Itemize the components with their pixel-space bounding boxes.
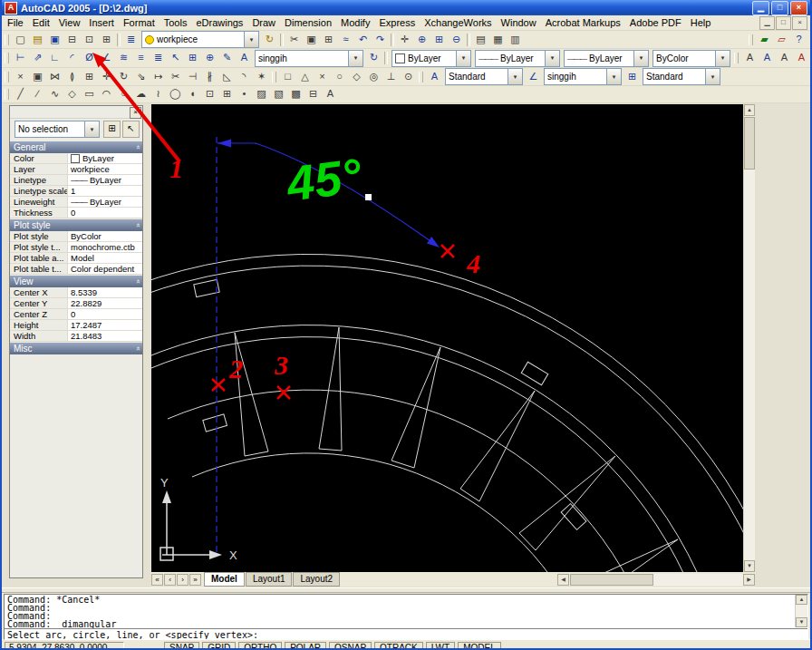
layers-icon[interactable]: ≣ [122,33,140,47]
revision-cloud-icon[interactable]: ☁ [132,87,150,102]
scroll-right-icon[interactable]: ▶ [743,574,755,586]
region-icon[interactable]: ▩ [287,87,304,102]
paste-icon[interactable]: ⊞ [320,33,337,47]
grip-point[interactable] [365,194,372,200]
snap-to-intersection-icon[interactable]: × [314,70,331,84]
property-value[interactable]: 21.8483 [68,331,142,342]
dim-style-combo[interactable]: singgih▼ [255,50,363,67]
plot-preview-icon[interactable]: ⊡ [81,33,98,47]
doc-minimize-button[interactable]: ▁ [759,16,775,30]
tab-layout2[interactable]: Layout2 [293,572,340,587]
command-scrollbar[interactable]: ▲ ▼ [795,595,807,627]
menu-express[interactable]: Express [374,16,420,29]
property-value[interactable]: Model [68,253,142,264]
status-toggle-polar[interactable]: POLAR [285,642,326,650]
snap-to-midpoint-icon[interactable]: △ [296,70,314,84]
dimension-text-edit-icon[interactable]: A [236,51,253,65]
property-value[interactable]: 22.8829 [68,298,142,309]
mirror-icon[interactable]: ⋈ [46,70,63,84]
lineweight-combo[interactable]: ———ByLayer▼ [564,50,649,67]
radius-dimension-icon[interactable]: ◜ [63,51,81,65]
dim-style-combo-2[interactable]: singgih▼ [544,68,622,85]
multiline-text-icon[interactable]: A [322,87,339,102]
menu-acrobat-markups[interactable]: Acrobat Markups [541,16,625,29]
fillet-icon[interactable]: ◝ [236,70,253,84]
tab-nav-prev-icon[interactable]: ‹ [164,574,176,586]
erase-icon[interactable]: × [12,70,29,84]
palette-close-icon[interactable]: × [130,107,141,119]
aligned-dimension-icon[interactable]: ⇗ [29,51,46,65]
color-combo[interactable]: ByLayer▼ [392,50,471,67]
quick-select-icon[interactable]: ⊞ [103,121,121,138]
command-prompt[interactable]: Select arc, circle, line, or <specify ve… [5,630,258,640]
menu-modify[interactable]: Modify [336,16,374,29]
toolbar-grip[interactable] [5,89,9,100]
copy-object-icon[interactable]: ▣ [29,70,46,84]
help-icon[interactable]: ? [790,33,807,47]
toolbar-grip[interactable] [749,34,753,45]
insert-block-icon[interactable]: ⊡ [201,87,218,102]
continue-dimension-icon[interactable]: ≣ [150,51,167,65]
text-style-combo[interactable]: Standard▼ [445,68,523,85]
tab-layout1[interactable]: Layout1 [246,572,293,587]
status-toggle-model[interactable]: MODEL [458,642,501,650]
make-block-icon[interactable]: ⊞ [218,87,236,102]
tab-model[interactable]: Model [204,572,245,587]
polyline-icon[interactable]: ∿ [46,87,63,102]
offset-icon[interactable]: ≬ [63,70,81,84]
scroll-down-icon[interactable]: ▼ [744,560,755,572]
plot-style-combo[interactable]: ByColor▼ [652,50,730,67]
menu-window[interactable]: Window [497,16,541,29]
extend-icon[interactable]: ⊣ [184,70,201,84]
property-value[interactable]: ———ByLayer [68,197,142,208]
selection-combo[interactable]: No selection ▼ [14,121,100,138]
layer-combo[interactable]: workpiece▼ [141,31,259,48]
property-value[interactable]: ———ByLayer [68,175,142,186]
redo-icon[interactable]: ↷ [372,33,389,47]
palette-header[interactable]: × [10,106,142,119]
scroll-up-icon[interactable]: ▲ [744,104,755,116]
drawing-vertical-scrollbar[interactable]: ▲ ▼ [743,104,755,572]
menu-draw[interactable]: Draw [247,16,280,29]
gradient-icon[interactable]: ▧ [270,87,287,102]
property-value[interactable]: 0 [68,208,142,218]
hatch-icon[interactable]: ▨ [253,87,270,102]
line-icon[interactable]: ╱ [12,87,29,102]
dimension-edit-icon[interactable]: ✎ [218,51,236,65]
open-icon[interactable]: ▤ [29,33,46,47]
property-value[interactable]: ByColor [68,231,142,242]
designcenter-icon[interactable]: ▦ [489,33,507,47]
status-toggle-snap[interactable]: SNAP [164,642,199,650]
dropdown-arrow-icon[interactable]: ▼ [545,51,559,66]
dimension-update-icon[interactable]: ↻ [365,51,382,65]
toolbar-grip[interactable] [5,53,9,63]
toolbar-grip[interactable] [5,34,9,45]
angular-dimension-icon[interactable]: ∠ [98,51,115,65]
dropdown-arrow-icon[interactable]: ▼ [705,69,720,84]
text-style-4-icon[interactable]: A [793,51,810,65]
toolbar-grip[interactable] [272,72,276,82]
zoom-previous-icon[interactable]: ⊖ [448,33,465,47]
arc-icon[interactable]: ◠ [98,87,115,102]
ellipse-arc-icon[interactable]: ◖ [184,87,201,102]
zoom-window-icon[interactable]: ⊞ [430,33,448,47]
menu-view[interactable]: View [54,16,85,29]
collapse-chevron-icon[interactable]: « [133,223,141,227]
menu-edrawings[interactable]: eDrawings [191,16,247,29]
plot-icon[interactable]: ⊟ [63,33,81,47]
rotate-icon[interactable]: ↻ [115,70,132,84]
dropdown-arrow-icon[interactable]: ▼ [456,51,470,66]
tab-nav-last-icon[interactable]: » [189,574,201,586]
dropdown-arrow-icon[interactable]: ▼ [606,69,621,84]
linear-dimension-icon[interactable]: ⊢ [12,51,29,65]
rectangle-icon[interactable]: ▭ [81,87,98,102]
doc-restore-button[interactable]: □ [776,16,791,30]
point-icon[interactable]: • [236,87,253,102]
table-style-combo[interactable]: Standard▼ [643,68,720,85]
tool-palettes-icon[interactable]: ▥ [507,33,524,47]
section-header-view[interactable]: View« [10,276,142,287]
ordinate-dimension-icon[interactable]: ∟ [46,51,63,65]
property-value[interactable]: 17.2487 [68,320,142,331]
spline-icon[interactable]: ≀ [150,87,167,102]
property-value[interactable]: workpiece [68,164,142,175]
